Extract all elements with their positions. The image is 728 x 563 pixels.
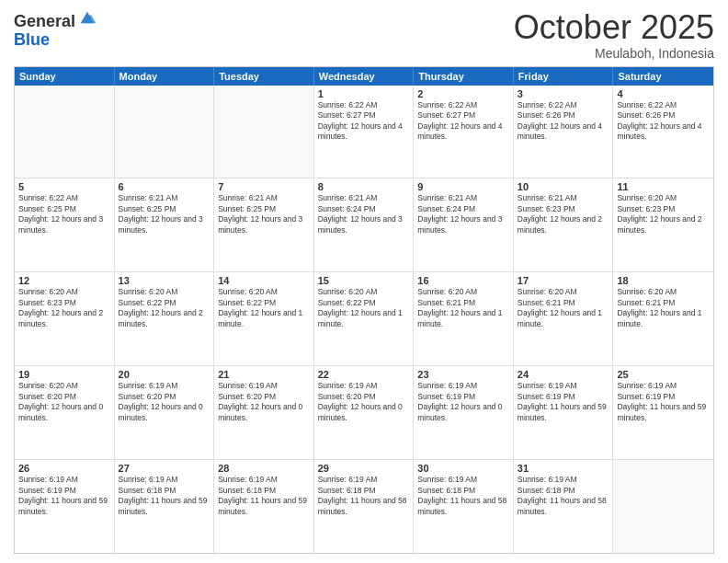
day-number: 15 bbox=[318, 275, 410, 286]
cal-cell: 26Sunrise: 6:19 AM Sunset: 6:19 PM Dayli… bbox=[15, 460, 115, 553]
cell-info: Sunrise: 6:22 AM Sunset: 6:27 PM Dayligh… bbox=[318, 100, 410, 143]
day-number: 19 bbox=[18, 369, 110, 380]
cell-info: Sunrise: 6:22 AM Sunset: 6:25 PM Dayligh… bbox=[18, 193, 110, 236]
cal-cell: 13Sunrise: 6:20 AM Sunset: 6:22 PM Dayli… bbox=[115, 272, 215, 365]
cal-cell: 22Sunrise: 6:19 AM Sunset: 6:20 PM Dayli… bbox=[314, 366, 415, 459]
calendar-body: 1Sunrise: 6:22 AM Sunset: 6:27 PM Daylig… bbox=[15, 86, 713, 553]
cell-info: Sunrise: 6:20 AM Sunset: 6:22 PM Dayligh… bbox=[218, 287, 310, 329]
cell-info: Sunrise: 6:20 AM Sunset: 6:22 PM Dayligh… bbox=[119, 287, 210, 329]
day-number: 26 bbox=[18, 463, 110, 474]
cell-info: Sunrise: 6:19 AM Sunset: 6:18 PM Dayligh… bbox=[218, 475, 310, 517]
cal-cell: 4Sunrise: 6:22 AM Sunset: 6:26 PM Daylig… bbox=[613, 86, 713, 178]
cal-cell bbox=[15, 86, 115, 178]
logo-top: General bbox=[14, 13, 97, 31]
cal-cell: 3Sunrise: 6:22 AM Sunset: 6:26 PM Daylig… bbox=[514, 86, 614, 178]
cal-cell bbox=[613, 460, 713, 553]
cal-cell: 16Sunrise: 6:20 AM Sunset: 6:21 PM Dayli… bbox=[414, 272, 514, 365]
cal-cell: 24Sunrise: 6:19 AM Sunset: 6:19 PM Dayli… bbox=[514, 366, 614, 459]
day-number: 20 bbox=[119, 369, 210, 380]
cal-cell: 15Sunrise: 6:20 AM Sunset: 6:22 PM Dayli… bbox=[314, 272, 415, 365]
day-number: 30 bbox=[417, 463, 509, 474]
cal-cell: 19Sunrise: 6:20 AM Sunset: 6:20 PM Dayli… bbox=[15, 366, 115, 459]
cal-cell: 8Sunrise: 6:21 AM Sunset: 6:24 PM Daylig… bbox=[314, 178, 415, 271]
cell-info: Sunrise: 6:22 AM Sunset: 6:27 PM Dayligh… bbox=[417, 100, 509, 143]
day-number: 2 bbox=[417, 88, 509, 99]
calendar-subtitle: Meulaboh, Indonesia bbox=[514, 46, 714, 61]
day-number: 1 bbox=[318, 88, 410, 99]
day-number: 22 bbox=[318, 369, 410, 380]
logo-blue-text: Blue bbox=[14, 31, 97, 50]
cal-cell: 31Sunrise: 6:19 AM Sunset: 6:18 PM Dayli… bbox=[514, 460, 614, 553]
cal-cell: 12Sunrise: 6:20 AM Sunset: 6:23 PM Dayli… bbox=[15, 272, 115, 365]
day-number: 31 bbox=[518, 463, 609, 474]
cal-header-saturday: Saturday bbox=[613, 67, 713, 86]
page: General Blue October 2025 Meulaboh, Indo… bbox=[0, 0, 728, 563]
cal-header-sunday: Sunday bbox=[15, 67, 115, 86]
day-number: 21 bbox=[218, 369, 310, 380]
calendar: SundayMondayTuesdayWednesdayThursdayFrid… bbox=[14, 66, 714, 554]
cal-cell bbox=[115, 86, 215, 178]
day-number: 16 bbox=[417, 275, 509, 286]
day-number: 29 bbox=[318, 463, 410, 474]
cal-cell: 29Sunrise: 6:19 AM Sunset: 6:18 PM Dayli… bbox=[314, 460, 415, 553]
cal-cell: 20Sunrise: 6:19 AM Sunset: 6:20 PM Dayli… bbox=[115, 366, 215, 459]
cal-cell: 14Sunrise: 6:20 AM Sunset: 6:22 PM Dayli… bbox=[214, 272, 314, 365]
day-number: 10 bbox=[518, 181, 609, 192]
day-number: 18 bbox=[617, 275, 710, 286]
day-number: 7 bbox=[218, 181, 310, 192]
cal-cell: 11Sunrise: 6:20 AM Sunset: 6:23 PM Dayli… bbox=[613, 178, 713, 271]
cell-info: Sunrise: 6:20 AM Sunset: 6:21 PM Dayligh… bbox=[417, 287, 509, 329]
cal-week-4: 19Sunrise: 6:20 AM Sunset: 6:20 PM Dayli… bbox=[15, 366, 713, 460]
cell-info: Sunrise: 6:19 AM Sunset: 6:18 PM Dayligh… bbox=[119, 475, 210, 517]
logo-block: General Blue bbox=[14, 13, 97, 50]
cell-info: Sunrise: 6:22 AM Sunset: 6:26 PM Dayligh… bbox=[617, 100, 710, 143]
day-number: 24 bbox=[518, 369, 609, 380]
cal-cell: 9Sunrise: 6:21 AM Sunset: 6:24 PM Daylig… bbox=[414, 178, 514, 271]
logo: General Blue bbox=[14, 13, 97, 50]
cal-cell: 28Sunrise: 6:19 AM Sunset: 6:18 PM Dayli… bbox=[214, 460, 314, 553]
cell-info: Sunrise: 6:19 AM Sunset: 6:18 PM Dayligh… bbox=[318, 475, 410, 517]
cal-header-tuesday: Tuesday bbox=[214, 67, 314, 86]
cell-info: Sunrise: 6:21 AM Sunset: 6:25 PM Dayligh… bbox=[218, 193, 310, 236]
cal-header-friday: Friday bbox=[514, 67, 614, 86]
cell-info: Sunrise: 6:21 AM Sunset: 6:24 PM Dayligh… bbox=[318, 193, 410, 236]
cal-cell: 5Sunrise: 6:22 AM Sunset: 6:25 PM Daylig… bbox=[15, 178, 115, 271]
cal-cell: 30Sunrise: 6:19 AM Sunset: 6:18 PM Dayli… bbox=[414, 460, 514, 553]
cell-info: Sunrise: 6:19 AM Sunset: 6:20 PM Dayligh… bbox=[318, 381, 410, 423]
logo-general-text: General bbox=[14, 13, 75, 31]
day-number: 8 bbox=[318, 181, 410, 192]
cell-info: Sunrise: 6:19 AM Sunset: 6:19 PM Dayligh… bbox=[518, 381, 609, 423]
cal-cell: 25Sunrise: 6:19 AM Sunset: 6:19 PM Dayli… bbox=[613, 366, 713, 459]
day-number: 28 bbox=[218, 463, 310, 474]
cal-cell: 1Sunrise: 6:22 AM Sunset: 6:27 PM Daylig… bbox=[314, 86, 415, 178]
title-block: October 2025 Meulaboh, Indonesia bbox=[514, 9, 714, 61]
logo-icon bbox=[77, 8, 97, 29]
calendar-header-row: SundayMondayTuesdayWednesdayThursdayFrid… bbox=[15, 67, 713, 86]
cal-header-wednesday: Wednesday bbox=[314, 67, 415, 86]
day-number: 14 bbox=[218, 275, 310, 286]
cal-cell bbox=[214, 86, 314, 178]
cal-cell: 21Sunrise: 6:19 AM Sunset: 6:20 PM Dayli… bbox=[214, 366, 314, 459]
cal-week-3: 12Sunrise: 6:20 AM Sunset: 6:23 PM Dayli… bbox=[15, 272, 713, 366]
cal-cell: 7Sunrise: 6:21 AM Sunset: 6:25 PM Daylig… bbox=[214, 178, 314, 271]
cal-header-monday: Monday bbox=[115, 67, 215, 86]
cal-week-5: 26Sunrise: 6:19 AM Sunset: 6:19 PM Dayli… bbox=[15, 460, 713, 553]
calendar-title: October 2025 bbox=[514, 9, 714, 46]
day-number: 13 bbox=[119, 275, 210, 286]
cell-info: Sunrise: 6:20 AM Sunset: 6:23 PM Dayligh… bbox=[18, 287, 110, 329]
cell-info: Sunrise: 6:20 AM Sunset: 6:23 PM Dayligh… bbox=[617, 193, 710, 236]
cal-header-thursday: Thursday bbox=[414, 67, 514, 86]
cell-info: Sunrise: 6:19 AM Sunset: 6:19 PM Dayligh… bbox=[417, 381, 509, 423]
cell-info: Sunrise: 6:19 AM Sunset: 6:18 PM Dayligh… bbox=[417, 475, 509, 517]
day-number: 12 bbox=[18, 275, 110, 286]
day-number: 23 bbox=[417, 369, 509, 380]
cell-info: Sunrise: 6:20 AM Sunset: 6:21 PM Dayligh… bbox=[617, 287, 710, 329]
day-number: 5 bbox=[18, 181, 110, 192]
day-number: 17 bbox=[518, 275, 609, 286]
cell-info: Sunrise: 6:19 AM Sunset: 6:20 PM Dayligh… bbox=[218, 381, 310, 423]
day-number: 27 bbox=[119, 463, 210, 474]
cal-cell: 23Sunrise: 6:19 AM Sunset: 6:19 PM Dayli… bbox=[414, 366, 514, 459]
cell-info: Sunrise: 6:20 AM Sunset: 6:21 PM Dayligh… bbox=[518, 287, 609, 329]
cal-week-2: 5Sunrise: 6:22 AM Sunset: 6:25 PM Daylig… bbox=[15, 178, 713, 272]
cell-info: Sunrise: 6:21 AM Sunset: 6:23 PM Dayligh… bbox=[518, 193, 609, 236]
